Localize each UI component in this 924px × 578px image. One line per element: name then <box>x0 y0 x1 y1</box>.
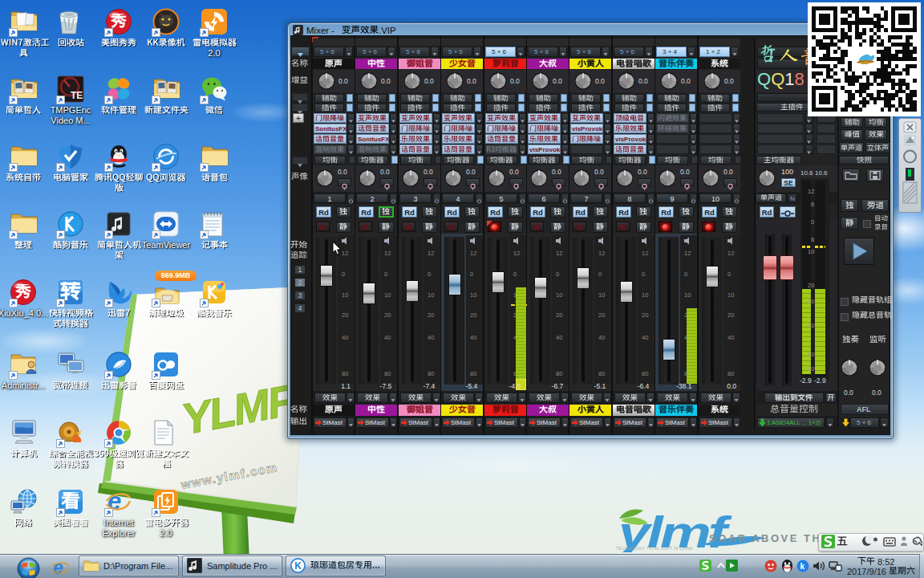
svg-text:K: K <box>294 560 302 572</box>
svg-text:TE: TE <box>71 90 83 101</box>
svg-text:e: e <box>53 558 63 577</box>
svg-text:TECHNOLOGY TOTAL SOFT IN CHINA: TECHNOLOGY TOTAL SOFT IN CHINA <box>616 547 693 551</box>
svg-text:k: k <box>800 562 805 571</box>
